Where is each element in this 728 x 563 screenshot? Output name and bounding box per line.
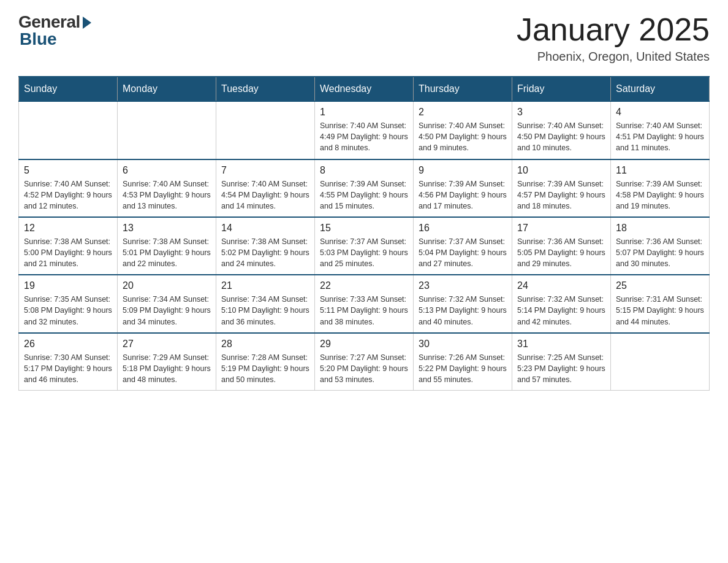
calendar-cell: 9Sunrise: 7:39 AM Sunset: 4:56 PM Daylig… [414,159,512,217]
calendar-cell: 11Sunrise: 7:39 AM Sunset: 4:58 PM Dayli… [611,159,710,217]
calendar-header-friday: Friday [512,77,611,101]
calendar-cell: 21Sunrise: 7:34 AM Sunset: 5:10 PM Dayli… [216,275,315,332]
day-number: 3 [517,107,605,118]
day-info: Sunrise: 7:32 AM Sunset: 5:14 PM Dayligh… [517,294,605,327]
calendar-cell: 30Sunrise: 7:26 AM Sunset: 5:22 PM Dayli… [414,333,512,391]
page-header: General Blue January 2025 Phoenix, Orego… [18,12,710,64]
calendar-cell: 26Sunrise: 7:30 AM Sunset: 5:17 PM Dayli… [19,333,118,391]
calendar-cell: 17Sunrise: 7:36 AM Sunset: 5:05 PM Dayli… [512,217,611,275]
calendar-header-sunday: Sunday [19,77,118,101]
day-number: 21 [221,280,309,291]
day-info: Sunrise: 7:34 AM Sunset: 5:09 PM Dayligh… [123,294,211,327]
day-number: 28 [221,339,309,350]
calendar-cell: 22Sunrise: 7:33 AM Sunset: 5:11 PM Dayli… [315,275,414,332]
day-number: 8 [320,165,408,176]
day-info: Sunrise: 7:25 AM Sunset: 5:23 PM Dayligh… [517,352,605,385]
calendar-cell: 5Sunrise: 7:40 AM Sunset: 4:52 PM Daylig… [19,159,118,217]
calendar-cell: 8Sunrise: 7:39 AM Sunset: 4:55 PM Daylig… [315,159,414,217]
calendar-week-row: 1Sunrise: 7:40 AM Sunset: 4:49 PM Daylig… [19,101,710,159]
calendar-cell: 1Sunrise: 7:40 AM Sunset: 4:49 PM Daylig… [315,101,414,159]
day-info: Sunrise: 7:34 AM Sunset: 5:10 PM Dayligh… [221,294,309,327]
day-number: 2 [419,107,507,118]
day-info: Sunrise: 7:26 AM Sunset: 5:22 PM Dayligh… [419,352,507,385]
calendar-cell [19,101,118,159]
day-number: 15 [320,223,408,234]
day-number: 1 [320,107,408,118]
calendar-table: SundayMondayTuesdayWednesdayThursdayFrid… [18,76,710,391]
day-number: 22 [320,280,408,291]
day-info: Sunrise: 7:38 AM Sunset: 5:00 PM Dayligh… [24,236,112,269]
calendar-cell [216,101,315,159]
day-number: 29 [320,339,408,350]
calendar-cell: 14Sunrise: 7:38 AM Sunset: 5:02 PM Dayli… [216,217,315,275]
day-info: Sunrise: 7:37 AM Sunset: 5:04 PM Dayligh… [419,236,507,269]
day-number: 4 [616,107,704,118]
calendar-cell: 2Sunrise: 7:40 AM Sunset: 4:50 PM Daylig… [414,101,512,159]
day-info: Sunrise: 7:33 AM Sunset: 5:11 PM Dayligh… [320,294,408,327]
day-number: 5 [24,165,112,176]
calendar-cell: 23Sunrise: 7:32 AM Sunset: 5:13 PM Dayli… [414,275,512,332]
day-info: Sunrise: 7:40 AM Sunset: 4:49 PM Dayligh… [320,120,408,153]
calendar-week-row: 5Sunrise: 7:40 AM Sunset: 4:52 PM Daylig… [19,159,710,217]
day-info: Sunrise: 7:39 AM Sunset: 4:55 PM Dayligh… [320,178,408,212]
calendar-cell: 29Sunrise: 7:27 AM Sunset: 5:20 PM Dayli… [315,333,414,391]
day-number: 12 [24,223,112,234]
day-info: Sunrise: 7:30 AM Sunset: 5:17 PM Dayligh… [24,352,112,385]
day-number: 27 [123,339,211,350]
day-number: 20 [123,280,211,291]
calendar-cell: 3Sunrise: 7:40 AM Sunset: 4:50 PM Daylig… [512,101,611,159]
day-info: Sunrise: 7:36 AM Sunset: 5:05 PM Dayligh… [517,236,605,269]
month-title: January 2025 [517,12,710,47]
day-info: Sunrise: 7:39 AM Sunset: 4:57 PM Dayligh… [517,178,605,212]
day-number: 14 [221,223,309,234]
day-info: Sunrise: 7:40 AM Sunset: 4:50 PM Dayligh… [517,120,605,153]
day-info: Sunrise: 7:37 AM Sunset: 5:03 PM Dayligh… [320,236,408,269]
day-info: Sunrise: 7:38 AM Sunset: 5:02 PM Dayligh… [221,236,309,269]
day-info: Sunrise: 7:40 AM Sunset: 4:53 PM Dayligh… [123,178,211,212]
calendar-cell: 20Sunrise: 7:34 AM Sunset: 5:09 PM Dayli… [118,275,216,332]
calendar-cell: 16Sunrise: 7:37 AM Sunset: 5:04 PM Dayli… [414,217,512,275]
calendar-cell: 25Sunrise: 7:31 AM Sunset: 5:15 PM Dayli… [611,275,710,332]
logo-blue-text: Blue [20,29,57,49]
calendar-cell: 10Sunrise: 7:39 AM Sunset: 4:57 PM Dayli… [512,159,611,217]
day-info: Sunrise: 7:40 AM Sunset: 4:50 PM Dayligh… [419,120,507,153]
day-info: Sunrise: 7:29 AM Sunset: 5:18 PM Dayligh… [123,352,211,385]
calendar-cell [118,101,216,159]
day-info: Sunrise: 7:31 AM Sunset: 5:15 PM Dayligh… [616,294,704,327]
day-number: 26 [24,339,112,350]
calendar-cell: 15Sunrise: 7:37 AM Sunset: 5:03 PM Dayli… [315,217,414,275]
day-info: Sunrise: 7:27 AM Sunset: 5:20 PM Dayligh… [320,352,408,385]
day-number: 17 [517,223,605,234]
calendar-cell: 18Sunrise: 7:36 AM Sunset: 5:07 PM Dayli… [611,217,710,275]
calendar-cell: 28Sunrise: 7:28 AM Sunset: 5:19 PM Dayli… [216,333,315,391]
day-number: 6 [123,165,211,176]
day-info: Sunrise: 7:40 AM Sunset: 4:52 PM Dayligh… [24,178,112,212]
calendar-cell: 27Sunrise: 7:29 AM Sunset: 5:18 PM Dayli… [118,333,216,391]
calendar-header-thursday: Thursday [414,77,512,101]
day-number: 23 [419,280,507,291]
day-number: 16 [419,223,507,234]
calendar-week-row: 19Sunrise: 7:35 AM Sunset: 5:08 PM Dayli… [19,275,710,332]
calendar-week-row: 26Sunrise: 7:30 AM Sunset: 5:17 PM Dayli… [19,333,710,391]
calendar-cell: 12Sunrise: 7:38 AM Sunset: 5:00 PM Dayli… [19,217,118,275]
day-info: Sunrise: 7:40 AM Sunset: 4:54 PM Dayligh… [221,178,309,212]
calendar-header-monday: Monday [118,77,216,101]
day-info: Sunrise: 7:38 AM Sunset: 5:01 PM Dayligh… [123,236,211,269]
calendar-header-tuesday: Tuesday [216,77,315,101]
logo: General Blue [18,12,91,49]
day-info: Sunrise: 7:32 AM Sunset: 5:13 PM Dayligh… [419,294,507,327]
calendar-cell: 31Sunrise: 7:25 AM Sunset: 5:23 PM Dayli… [512,333,611,391]
calendar-header-wednesday: Wednesday [315,77,414,101]
day-number: 18 [616,223,704,234]
calendar-cell [611,333,710,391]
day-number: 31 [517,339,605,350]
calendar-cell: 13Sunrise: 7:38 AM Sunset: 5:01 PM Dayli… [118,217,216,275]
day-info: Sunrise: 7:28 AM Sunset: 5:19 PM Dayligh… [221,352,309,385]
calendar-cell: 19Sunrise: 7:35 AM Sunset: 5:08 PM Dayli… [19,275,118,332]
calendar-cell: 7Sunrise: 7:40 AM Sunset: 4:54 PM Daylig… [216,159,315,217]
logo-arrow-icon [83,17,91,29]
day-number: 11 [616,165,704,176]
day-number: 30 [419,339,507,350]
day-number: 9 [419,165,507,176]
day-info: Sunrise: 7:36 AM Sunset: 5:07 PM Dayligh… [616,236,704,269]
